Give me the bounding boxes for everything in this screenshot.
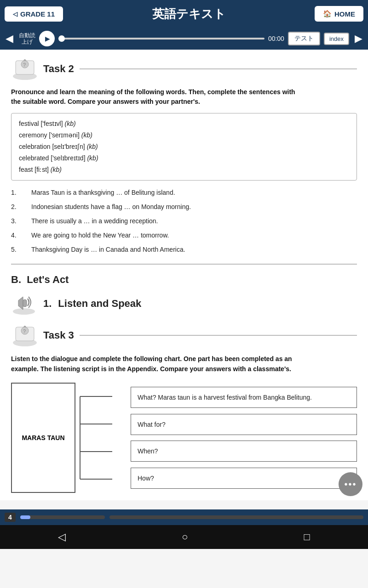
vocab-item-celebrated: celebrated ['selɪbreɪtɪd] (kb)	[19, 153, 349, 163]
audio-progress-dot	[58, 35, 65, 42]
task-icon: ?	[11, 57, 39, 81]
task3-instructions: Listen to the dialogue and complete the …	[11, 354, 357, 374]
list-item: 4. We are going to hold the New Year … t…	[11, 231, 357, 240]
task3-title-line: Task 3	[43, 329, 357, 341]
list-item: 3. There is usually a … in a wedding rec…	[11, 216, 357, 226]
auto-read-label: 自動読上げ	[19, 32, 35, 45]
audio-next-button[interactable]: ▶	[353, 33, 364, 45]
task3-title: Task 3	[43, 329, 74, 341]
time-display: 00:00	[268, 35, 284, 42]
play-button[interactable]	[39, 31, 55, 46]
vocab-item-celebration: celebration [selɪ'breɪʃn] (kb)	[19, 142, 349, 152]
listen-speak-title: Listen and Speak	[58, 298, 141, 310]
test-button[interactable]: テスト	[288, 32, 320, 45]
grade-button[interactable]: GRADE 11	[5, 6, 63, 22]
task2-header: ? Task 2	[11, 57, 357, 81]
main-content: ? Task 2 Pronounce and learn the meaning…	[0, 50, 368, 500]
chart-cell-whatfor: What for?	[131, 414, 357, 435]
bottom-progress-bar-right[interactable]	[109, 515, 363, 519]
index-button[interactable]: index	[324, 33, 349, 45]
task2-instructions: Pronounce and learn the meaning of the f…	[11, 87, 357, 107]
task2-divider	[80, 68, 357, 69]
list-item: 2. Indonesian students have a flag … on …	[11, 202, 357, 212]
chart-cell-how: How?	[131, 468, 357, 489]
list-item: 5. Thanksgiving Day is … in Canada and N…	[11, 245, 357, 254]
audio-bar: ◀ 自動読上げ 00:00 テスト index ▶	[0, 28, 368, 50]
task2-title-line: Task 2	[43, 63, 357, 75]
chart-container: MARAS TAUN What? Maras taun is a harvest…	[11, 383, 357, 493]
android-recent-button[interactable]: □	[304, 531, 310, 543]
dots-icon: •••	[344, 479, 356, 490]
top-bar: GRADE 11 英語テキスト 🏠 HOME	[0, 0, 368, 28]
svg-text:?: ?	[23, 328, 26, 334]
chart-cell-what: What? Maras taun is a harvest festival f…	[131, 387, 357, 408]
floating-dots-button[interactable]: •••	[339, 472, 362, 496]
task2-title: Task 2	[43, 63, 74, 75]
bottom-progress-fill	[20, 515, 30, 519]
page-title: 英語テキスト	[152, 6, 226, 22]
bottom-progress-bar[interactable]	[20, 515, 105, 519]
svg-text:?: ?	[23, 62, 26, 68]
page-number: 4	[5, 513, 16, 522]
svg-point-4	[13, 308, 35, 315]
android-nav-bar: ◁ ○ □	[0, 525, 368, 549]
chart-cell-when: When?	[131, 441, 357, 462]
audio-prev-button[interactable]: ◀	[4, 33, 15, 45]
android-back-button[interactable]: ◁	[58, 531, 66, 543]
home-icon: 🏠	[323, 10, 332, 18]
svg-rect-6	[23, 300, 27, 307]
chart-tree-svg	[75, 383, 131, 493]
vocabulary-box: festival ['festɪvl] (kb) ceremony ['serɪ…	[11, 113, 357, 181]
section-b-label: B.	[11, 274, 21, 285]
chart-cells: What? Maras taun is a harvest festival f…	[131, 383, 357, 493]
section-divider-1	[11, 264, 357, 265]
svg-marker-5	[18, 297, 23, 310]
listen-speak-section: 1. Listen and Speak	[11, 292, 357, 315]
audio-progress-bar[interactable]	[58, 38, 264, 40]
android-home-button[interactable]: ○	[182, 531, 188, 543]
chart-topic: MARAS TAUN	[11, 383, 75, 493]
grade-label: GRADE 11	[20, 10, 55, 18]
sentence-list: 1. Maras Taun is a thanksgiving … of Bel…	[11, 188, 357, 254]
bottom-bar: 4	[0, 509, 368, 525]
vocab-item-feast: feast [fiːst] (kb)	[19, 165, 349, 175]
home-label: HOME	[334, 10, 355, 18]
home-button[interactable]: 🏠 HOME	[315, 6, 363, 22]
list-item: 1. Maras Taun is a thanksgiving … of Bel…	[11, 188, 357, 198]
lets-act-title: Let's Act	[27, 274, 69, 285]
task3-divider	[80, 335, 357, 336]
lets-act-heading: B. Let's Act	[11, 274, 357, 286]
task3-header: ? Task 3	[11, 323, 357, 347]
vocab-item-festival: festival ['festɪvl] (kb)	[19, 119, 349, 129]
task3-icon: ?	[11, 323, 39, 347]
listen-speak-num: 1.	[43, 298, 52, 310]
vocab-item-ceremony: ceremony ['serɪməni] (kb)	[19, 130, 349, 140]
speaker-icon	[11, 292, 37, 315]
